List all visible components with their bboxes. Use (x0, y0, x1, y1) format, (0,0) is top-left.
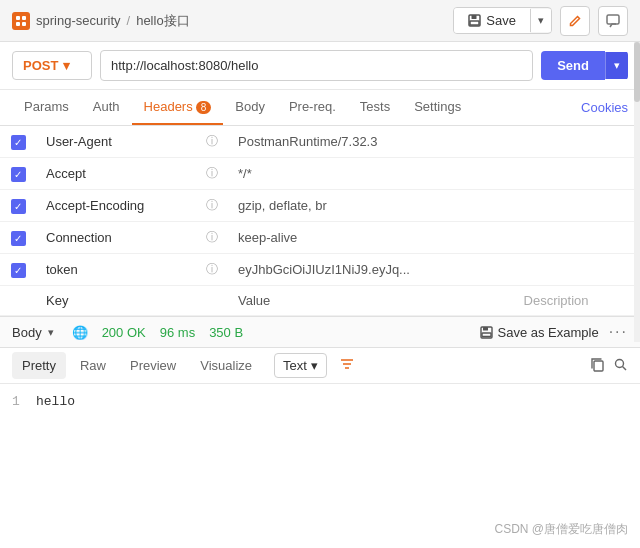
header-desc-0 (514, 126, 640, 158)
header-value-3: keep-alive (228, 222, 514, 254)
tab-headers[interactable]: Headers8 (132, 90, 224, 125)
request-tabs-bar: Params Auth Headers8 Body Pre-req. Tests… (0, 90, 640, 126)
top-bar-actions: Save ▾ (453, 6, 628, 36)
header-desc-2 (514, 190, 640, 222)
resp-tab-preview[interactable]: Preview (120, 352, 186, 379)
tab-auth[interactable]: Auth (81, 90, 132, 125)
header-key-0: User-Agent (36, 126, 196, 158)
svg-rect-7 (607, 15, 619, 24)
breadcrumb-separator: / (127, 13, 131, 28)
svg-rect-10 (482, 333, 491, 337)
method-selector[interactable]: POST ▾ (12, 51, 92, 80)
header-key-3: Connection (36, 222, 196, 254)
tab-body[interactable]: Body (223, 90, 277, 125)
response-body: 1 hello (0, 384, 640, 419)
header-row-connection: ✓ Connection ⓘ keep-alive (0, 222, 640, 254)
header-info-3[interactable]: ⓘ (196, 222, 228, 254)
header-value-1: */* (228, 158, 514, 190)
response-bar: Body ▾ 🌐 200 OK 96 ms 350 B Save as Exam… (0, 316, 640, 348)
save-button[interactable]: Save (454, 8, 530, 33)
save-dropdown-button[interactable]: ▾ (530, 9, 551, 32)
svg-point-15 (616, 359, 624, 367)
svg-rect-0 (16, 16, 20, 20)
header-checkbox-4[interactable]: ✓ (11, 263, 26, 278)
format-label: Text (283, 358, 307, 373)
svg-rect-9 (483, 327, 488, 331)
scrollbar-thumb[interactable] (634, 42, 640, 102)
search-icon[interactable] (613, 357, 628, 375)
header-checkbox-2[interactable]: ✓ (11, 199, 26, 214)
header-value-4: eyJhbGciOiJIUzI1NiJ9.eyJq... (228, 254, 514, 286)
resp-tab-pretty[interactable]: Pretty (12, 352, 66, 379)
header-checkbox-3[interactable]: ✓ (11, 231, 26, 246)
send-dropdown-button[interactable]: ▾ (605, 52, 628, 79)
response-label-group: Body ▾ (12, 325, 54, 340)
response-tab-icons (590, 357, 628, 375)
header-row-accept: ✓ Accept ⓘ */* (0, 158, 640, 190)
header-row-encoding: ✓ Accept-Encoding ⓘ gzip, deflate, br (0, 190, 640, 222)
watermark: CSDN @唐僧爱吃唐僧肉 (494, 521, 628, 538)
response-content: hello (36, 394, 75, 409)
header-key-4: token (36, 254, 196, 286)
copy-icon[interactable] (590, 357, 605, 375)
svg-rect-5 (472, 15, 477, 19)
header-value-placeholder[interactable]: Value (228, 286, 514, 316)
breadcrumb: spring-security / hello接口 (12, 12, 190, 30)
url-bar: POST ▾ Send ▾ (0, 42, 640, 90)
header-key-placeholder[interactable]: Key (36, 286, 196, 316)
line-number: 1 (12, 394, 24, 409)
scrollbar[interactable] (634, 42, 640, 342)
resp-tab-visualize[interactable]: Visualize (190, 352, 262, 379)
tab-params[interactable]: Params (12, 90, 81, 125)
breadcrumb-page: hello接口 (136, 12, 189, 30)
response-body-label: Body (12, 325, 42, 340)
header-desc-3 (514, 222, 640, 254)
header-checkbox-0[interactable]: ✓ (11, 135, 26, 150)
header-info-2[interactable]: ⓘ (196, 190, 228, 222)
response-body-caret[interactable]: ▾ (48, 326, 54, 339)
svg-rect-2 (16, 22, 20, 26)
status-badge: 200 OK (102, 325, 146, 340)
svg-rect-6 (470, 21, 479, 25)
svg-line-16 (623, 366, 627, 370)
save-as-example-button[interactable]: Save as Example (480, 325, 598, 340)
header-info-4[interactable]: ⓘ (196, 254, 228, 286)
save-as-example-label: Save as Example (497, 325, 598, 340)
header-key-2: Accept-Encoding (36, 190, 196, 222)
tab-prereq[interactable]: Pre-req. (277, 90, 348, 125)
method-label: POST (23, 58, 58, 73)
top-bar: spring-security / hello接口 Save ▾ (0, 0, 640, 42)
cookies-link[interactable]: Cookies (581, 100, 628, 115)
header-checkbox-1[interactable]: ✓ (11, 167, 26, 182)
send-button[interactable]: Send (541, 51, 605, 80)
response-bar-right: Save as Example ··· (480, 323, 628, 341)
headers-table: ✓ User-Agent ⓘ PostmanRuntime/7.32.3 ✓ A… (0, 126, 640, 316)
more-options-button[interactable]: ··· (609, 323, 628, 341)
header-value-2: gzip, deflate, br (228, 190, 514, 222)
response-stats: 🌐 200 OK 96 ms 350 B (72, 325, 243, 340)
headers-badge: 8 (196, 101, 212, 114)
response-size: 350 B (209, 325, 243, 340)
filter-icon[interactable] (339, 356, 355, 375)
format-selector[interactable]: Text ▾ (274, 353, 327, 378)
url-input[interactable] (100, 50, 533, 81)
header-desc-placeholder[interactable]: Description (514, 286, 640, 316)
breadcrumb-project: spring-security (36, 13, 121, 28)
format-caret: ▾ (311, 358, 318, 373)
header-info-0[interactable]: ⓘ (196, 126, 228, 158)
tab-tests[interactable]: Tests (348, 90, 402, 125)
edit-icon-button[interactable] (560, 6, 590, 36)
tab-settings[interactable]: Settings (402, 90, 473, 125)
comment-icon-button[interactable] (598, 6, 628, 36)
svg-rect-14 (594, 361, 603, 371)
header-info-1[interactable]: ⓘ (196, 158, 228, 190)
header-key-1: Accept (36, 158, 196, 190)
resp-tab-raw[interactable]: Raw (70, 352, 116, 379)
header-row-useragent: ✓ User-Agent ⓘ PostmanRuntime/7.32.3 (0, 126, 640, 158)
response-time: 96 ms (160, 325, 195, 340)
response-tabs-bar: Pretty Raw Preview Visualize Text ▾ (0, 348, 640, 384)
header-desc-1 (514, 158, 640, 190)
header-row-token: ✓ token ⓘ eyJhbGciOiJIUzI1NiJ9.eyJq... (0, 254, 640, 286)
method-caret: ▾ (63, 58, 70, 73)
header-placeholder-row: Key Value Description (0, 286, 640, 316)
